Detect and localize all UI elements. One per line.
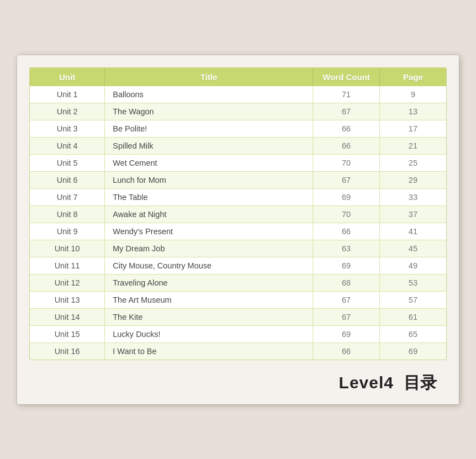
header-title: Title: [105, 68, 313, 86]
cell-page: 13: [379, 103, 446, 120]
cell-wordcount: 67: [313, 291, 380, 308]
cell-title: My Dream Job: [105, 240, 313, 257]
cell-page: 57: [379, 291, 446, 308]
table-row: Unit 15Lucky Ducks!6965: [30, 325, 446, 342]
cell-wordcount: 66: [313, 342, 380, 360]
cell-page: 17: [379, 120, 446, 137]
cell-unit: Unit 3: [30, 120, 105, 137]
cell-page: 65: [379, 325, 446, 342]
cell-unit: Unit 6: [30, 171, 105, 188]
cell-title: Be Polite!: [105, 120, 313, 137]
cell-unit: Unit 4: [30, 137, 105, 154]
cell-page: 21: [379, 137, 446, 154]
table-row: Unit 8Awake at Night7037: [30, 205, 446, 223]
cell-title: Lucky Ducks!: [105, 325, 313, 342]
cell-unit: Unit 15: [30, 325, 105, 342]
cell-page: 69: [379, 342, 446, 360]
cell-unit: Unit 7: [30, 188, 105, 205]
cell-wordcount: 70: [313, 154, 380, 171]
cell-wordcount: 63: [313, 240, 380, 257]
cell-unit: Unit 11: [30, 257, 105, 274]
cell-title: Spilled Milk: [105, 137, 313, 154]
table-row: Unit 5Wet Cement7025: [30, 154, 446, 171]
cell-title: Balloons: [105, 86, 313, 103]
table-row: Unit 11City Mouse, Country Mouse6949: [30, 257, 446, 274]
cell-title: City Mouse, Country Mouse: [105, 257, 313, 274]
cell-page: 37: [379, 205, 446, 223]
cell-wordcount: 66: [313, 137, 380, 154]
cell-wordcount: 68: [313, 274, 380, 291]
table-row: Unit 9Wendy's Present6641: [30, 223, 446, 240]
cell-title: The Art Museum: [105, 291, 313, 308]
cell-title: Awake at Night: [105, 205, 313, 223]
table-row: Unit 1Balloons719: [30, 86, 446, 103]
cell-unit: Unit 2: [30, 103, 105, 120]
table-row: Unit 13The Art Museum6757: [30, 291, 446, 308]
cell-title: Traveling Alone: [105, 274, 313, 291]
cell-page: 53: [379, 274, 446, 291]
caption-chinese: 目录: [404, 372, 437, 394]
cell-title: Lunch for Mom: [105, 171, 313, 188]
cell-wordcount: 66: [313, 120, 380, 137]
cell-unit: Unit 9: [30, 223, 105, 240]
cell-unit: Unit 16: [30, 342, 105, 360]
table-row: Unit 4Spilled Milk6621: [30, 137, 446, 154]
cell-unit: Unit 14: [30, 308, 105, 325]
cell-title: Wet Cement: [105, 154, 313, 171]
header-wordcount: Word Count: [313, 68, 380, 86]
cell-page: 29: [379, 171, 446, 188]
cell-page: 61: [379, 308, 446, 325]
cell-unit: Unit 13: [30, 291, 105, 308]
cell-wordcount: 71: [313, 86, 380, 103]
cell-title: The Table: [105, 188, 313, 205]
cell-title: The Wagon: [105, 103, 313, 120]
cell-page: 41: [379, 223, 446, 240]
cell-unit: Unit 10: [30, 240, 105, 257]
cell-page: 25: [379, 154, 446, 171]
cell-unit: Unit 12: [30, 274, 105, 291]
cell-wordcount: 67: [313, 171, 380, 188]
header-page: Page: [379, 68, 446, 86]
cell-page: 45: [379, 240, 446, 257]
caption-area: Level4 目录: [339, 372, 437, 394]
cell-wordcount: 67: [313, 103, 380, 120]
table-header-row: Unit Title Word Count Page: [30, 68, 446, 86]
polaroid-frame: Unit Title Word Count Page Unit 1Balloon…: [17, 55, 459, 404]
cell-wordcount: 69: [313, 188, 380, 205]
table-row: Unit 14The Kite6761: [30, 308, 446, 325]
table-wrapper: Unit Title Word Count Page Unit 1Balloon…: [29, 67, 447, 360]
table-row: Unit 6Lunch for Mom6729: [30, 171, 446, 188]
table-row: Unit 10My Dream Job6345: [30, 240, 446, 257]
cell-unit: Unit 5: [30, 154, 105, 171]
cell-unit: Unit 1: [30, 86, 105, 103]
contents-table: Unit Title Word Count Page Unit 1Balloon…: [30, 68, 446, 360]
cell-page: 33: [379, 188, 446, 205]
cell-title: The Kite: [105, 308, 313, 325]
cell-wordcount: 66: [313, 223, 380, 240]
cell-wordcount: 69: [313, 257, 380, 274]
cell-page: 9: [379, 86, 446, 103]
cell-title: Wendy's Present: [105, 223, 313, 240]
header-unit: Unit: [30, 68, 105, 86]
cell-wordcount: 67: [313, 308, 380, 325]
page-container: Unit Title Word Count Page Unit 1Balloon…: [0, 0, 476, 459]
caption-level: Level4: [339, 373, 394, 392]
cell-wordcount: 70: [313, 205, 380, 223]
cell-unit: Unit 8: [30, 205, 105, 223]
table-row: Unit 2The Wagon6713: [30, 103, 446, 120]
table-row: Unit 16I Want to Be6669: [30, 342, 446, 360]
cell-page: 49: [379, 257, 446, 274]
table-row: Unit 7The Table6933: [30, 188, 446, 205]
table-row: Unit 3Be Polite!6617: [30, 120, 446, 137]
cell-title: I Want to Be: [105, 342, 313, 360]
cell-wordcount: 69: [313, 325, 380, 342]
table-row: Unit 12Traveling Alone6853: [30, 274, 446, 291]
